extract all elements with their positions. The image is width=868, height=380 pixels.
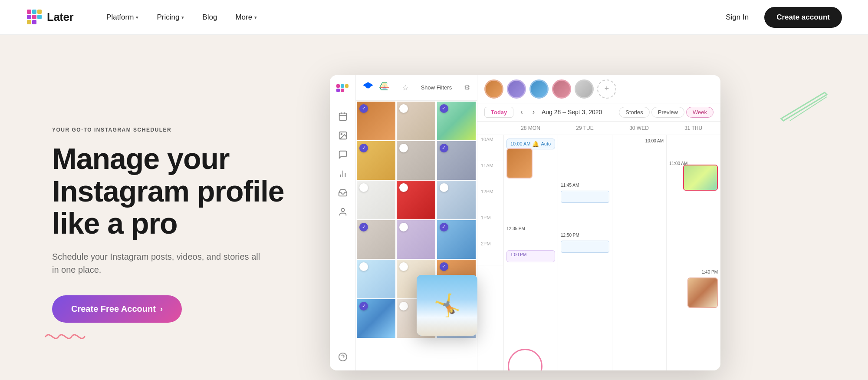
week-view-button[interactable]: Week	[686, 107, 713, 118]
avatar[interactable]	[575, 79, 594, 99]
sidebar-inbox-icon[interactable]	[338, 188, 348, 198]
sign-in-link[interactable]: Sign In	[719, 10, 756, 25]
svg-rect-5	[37, 15, 42, 19]
media-item[interactable]	[357, 181, 395, 219]
svg-rect-0	[27, 10, 31, 14]
svg-rect-4	[32, 15, 36, 19]
star-icon[interactable]: ☆	[402, 83, 409, 93]
svg-rect-8	[336, 84, 340, 88]
svg-rect-2	[37, 10, 42, 14]
media-check	[440, 183, 448, 192]
profile-row: +	[477, 75, 720, 103]
app-sidebar	[330, 75, 356, 370]
media-item[interactable]: ✓	[437, 102, 476, 140]
time-slot: 11AM	[477, 161, 503, 187]
next-arrow-icon[interactable]: ›	[530, 107, 537, 117]
media-check	[399, 302, 408, 311]
hero-section: YOUR GO-TO INSTAGRAM SCHEDULER Manage yo…	[0, 35, 868, 380]
media-check: ✓	[359, 223, 368, 231]
filter-button[interactable]: ⚙	[464, 83, 470, 92]
nav-blog[interactable]: Blog	[195, 10, 224, 25]
sidebar-calendar-icon[interactable]	[338, 112, 348, 121]
time-slot: 12PM	[477, 187, 503, 213]
nav-more[interactable]: More ▾	[228, 10, 264, 25]
media-check: ✓	[359, 104, 368, 113]
floating-photo: 🤸	[417, 275, 477, 336]
preview-view-button[interactable]: Preview	[651, 107, 684, 118]
event-time-label: 11:45 AM	[561, 183, 609, 188]
cal-view-buttons: Stories Preview Week	[619, 107, 713, 118]
avatar[interactable]	[507, 79, 526, 99]
media-header: ☆ Show Filters ⚙	[356, 75, 477, 101]
stories-view-button[interactable]: Stories	[619, 107, 649, 118]
hero-title: Manage your Instagram profile like a pro	[52, 142, 304, 240]
logo[interactable]: Later	[26, 9, 73, 26]
add-profile-button[interactable]: +	[597, 79, 616, 99]
media-item[interactable]: ✓	[357, 220, 395, 259]
media-check: ✓	[440, 262, 448, 271]
media-check: ✓	[359, 302, 368, 311]
media-item[interactable]	[397, 102, 435, 140]
svg-rect-12	[341, 89, 344, 92]
calendar-photo-event[interactable]	[683, 165, 718, 191]
today-button[interactable]: Today	[484, 107, 513, 118]
nav-pricing[interactable]: Pricing ▾	[150, 10, 191, 25]
calendar-event[interactable]: 10:00 AM 🔔 Auto	[506, 139, 555, 149]
calendar-time-grid: 10AM 11AM 12PM 1PM 2PM 10:00 AM 🔔	[477, 135, 720, 370]
calendar-photo-event[interactable]	[506, 148, 533, 178]
auto-icon: 🔔	[532, 141, 539, 147]
svg-rect-13	[339, 113, 346, 120]
media-check: ✓	[440, 104, 448, 113]
day-header-mon: 28 MON	[503, 122, 558, 135]
media-check	[359, 183, 368, 192]
media-item[interactable]: ✓	[437, 141, 476, 180]
nav-platform[interactable]: Platform ▾	[99, 10, 145, 25]
media-check: ✓	[440, 144, 448, 152]
prev-arrow-icon[interactable]: ‹	[518, 107, 525, 117]
google-drive-icon[interactable]	[379, 81, 390, 94]
day-label: 28 MON	[521, 125, 540, 131]
time-slot: 10AM	[477, 135, 503, 161]
time-slot: 1PM	[477, 213, 503, 239]
media-item[interactable]	[397, 220, 435, 259]
avatar[interactable]	[552, 79, 571, 99]
app-mockup: ☆ Show Filters ⚙ ✓ ✓ ✓	[330, 75, 720, 370]
hero-left: YOUR GO-TO INSTAGRAM SCHEDULER Manage yo…	[52, 118, 304, 323]
media-item[interactable]	[357, 260, 395, 298]
avatar[interactable]	[529, 79, 549, 99]
event-time-label: 11:00 AM	[669, 161, 687, 166]
svg-point-18	[341, 133, 342, 135]
create-account-button[interactable]: Create account	[764, 7, 842, 28]
logo-icon	[26, 9, 43, 26]
calendar-body: 10AM 11AM 12PM 1PM 2PM 10:00 AM 🔔	[477, 135, 720, 370]
calendar-event[interactable]	[561, 191, 609, 203]
event-label: Auto	[541, 141, 551, 146]
green-decoration	[777, 88, 829, 123]
sidebar-analytics-icon[interactable]	[338, 169, 348, 178]
time-header	[477, 122, 503, 135]
time-column: 10AM 11AM 12PM 1PM 2PM	[477, 135, 503, 370]
sidebar-help-icon[interactable]	[338, 352, 348, 362]
day-header-thu: 31 THU	[666, 122, 720, 135]
cta-label: Create Free Account	[71, 304, 156, 314]
media-item[interactable]: ✓	[357, 299, 395, 338]
dropbox-icon[interactable]	[363, 81, 373, 94]
media-item[interactable]: ✓	[357, 102, 395, 140]
logo-text: Later	[47, 10, 73, 24]
media-item[interactable]: ✓	[437, 220, 476, 259]
sidebar-image-icon[interactable]	[338, 131, 348, 140]
media-item[interactable]	[397, 141, 435, 180]
sidebar-comment-icon[interactable]	[338, 150, 348, 159]
media-item[interactable]	[397, 181, 435, 219]
avatar[interactable]	[484, 79, 503, 99]
floating-photo-content: 🤸	[417, 275, 477, 336]
calendar-event[interactable]: 1:00 PM	[506, 250, 555, 262]
sidebar-profile-icon[interactable]	[338, 207, 348, 217]
calendar-photo-event[interactable]	[687, 278, 718, 308]
calendar-event[interactable]	[561, 241, 609, 253]
cta-button[interactable]: Create Free Account ›	[52, 295, 182, 323]
media-item[interactable]	[437, 181, 476, 219]
day-label: 30 WED	[629, 125, 649, 131]
media-item[interactable]: ✓	[357, 141, 395, 180]
svg-rect-10	[345, 84, 349, 88]
